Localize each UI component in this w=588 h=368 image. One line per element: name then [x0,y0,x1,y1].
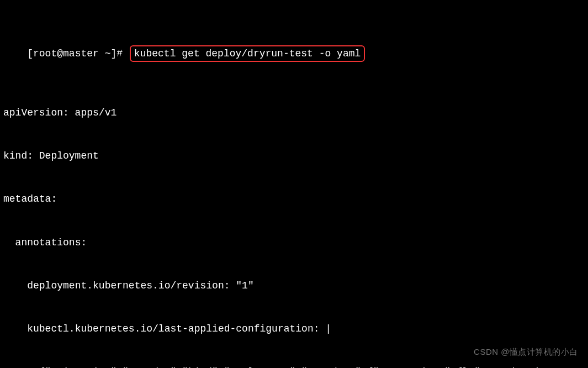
output-line: kind: Deployment [3,149,585,163]
output-line: {"apiVersion":"apps/v1","kind":"Deployme… [3,365,585,368]
command-line: [root@master ~]# kubectl get deploy/dryr… [3,31,585,76]
command-highlight-box: kubectl get deploy/dryrun-test -o yaml [130,45,365,62]
output-line: deployment.kubernetes.io/revision: "1" [3,278,585,293]
command-text: kubectl get deploy/dryrun-test -o yaml [134,48,361,59]
shell-prompt: [root@master ~]# [27,48,129,59]
output-line: annotations: [3,235,585,250]
output-line: apiVersion: apps/v1 [3,106,585,120]
watermark-text: CSDN @懂点计算机的小白 [474,346,578,358]
output-line: metadata: [3,192,585,206]
terminal-window[interactable]: [root@master ~]# kubectl get deploy/dryr… [0,0,588,368]
output-line: kubectl.kubernetes.io/last-applied-confi… [3,322,585,336]
